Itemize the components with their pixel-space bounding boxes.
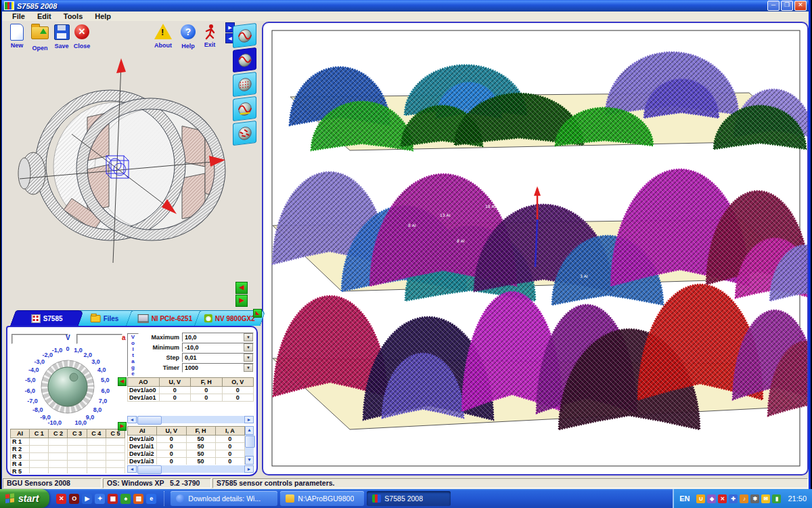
dial-scale-label: -8,0 xyxy=(32,406,43,413)
view-tab-mesh[interactable] xyxy=(233,72,256,97)
taskbar-button-s7585[interactable]: S7585 2008 xyxy=(367,491,451,506)
table-row[interactable]: Dev1/ai30500 xyxy=(128,458,245,465)
table-row[interactable]: R 3 xyxy=(11,453,125,461)
taskbar-button-folder[interactable]: N:\AProBGU9800 xyxy=(280,491,364,506)
tab-s7585[interactable]: S7585 xyxy=(10,310,84,326)
surface-plot-area[interactable]: 8 AI13 AI18 AI8 AI15 AI3 AI xyxy=(262,22,809,475)
view-tab-signal-2[interactable] xyxy=(233,47,256,72)
dial-scale-label: -4,0 xyxy=(28,366,39,373)
quick-launch-package-icon[interactable]: ▦ xyxy=(108,494,118,504)
quick-launch-folder-icon[interactable]: ▤ xyxy=(133,494,143,504)
column-header: C 3 xyxy=(68,429,87,438)
table-row[interactable]: R 5 xyxy=(11,468,125,474)
column-header: F, H xyxy=(186,427,215,436)
dial-scale-label: 9,0 xyxy=(86,414,95,421)
scroll-left-icon[interactable]: ◄ xyxy=(127,465,137,473)
table-row[interactable]: Dev1/ai20500 xyxy=(128,450,245,458)
quick-launch-media-player-icon[interactable]: ▶ xyxy=(82,494,92,504)
tab-ni-pcie-6251[interactable]: NI PCIe-6251 xyxy=(126,310,206,326)
chevron-down-icon[interactable]: ▼ xyxy=(244,364,253,372)
column-header: C 4 xyxy=(87,429,106,438)
panel-nav-arrow[interactable]: ◣ xyxy=(253,309,262,318)
close-button[interactable]: ✕ xyxy=(794,1,807,11)
expand-right-icon[interactable]: ▶ xyxy=(118,422,127,431)
scroll-up-icon[interactable]: ▲ xyxy=(245,426,254,435)
scroll-right-icon[interactable]: ► xyxy=(244,416,254,423)
exit-button[interactable]: Exit xyxy=(196,23,223,48)
dial-scale-label: -6,0 xyxy=(25,387,36,394)
quick-launch-opera-icon[interactable]: O xyxy=(69,494,79,504)
table-row[interactable]: Dev1/ai00500 xyxy=(128,436,245,443)
scroll-down-icon[interactable]: ▼ xyxy=(245,456,254,465)
ao-horizontal-scrollbar[interactable]: ◄ ► xyxy=(127,416,254,423)
maximize-button[interactable]: ❐ xyxy=(781,1,793,11)
language-indicator[interactable]: EN xyxy=(679,494,690,503)
menu-help[interactable]: Help xyxy=(89,12,117,20)
running-man-icon xyxy=(201,23,219,41)
sensor-3d-view[interactable] xyxy=(7,53,231,276)
viz-next-button[interactable]: ▶ xyxy=(235,295,248,307)
expand-left-icon[interactable]: ◀ xyxy=(118,377,127,386)
chevron-down-icon[interactable]: ▼ xyxy=(244,343,253,352)
tray-updater-icon[interactable]: U xyxy=(696,494,705,503)
tray-message-icon[interactable]: ✉ xyxy=(761,494,770,503)
quick-launch-plant-icon[interactable]: ♠ xyxy=(120,494,131,504)
view-tab-scatter[interactable] xyxy=(233,121,256,146)
ai-vertical-scrollbar[interactable]: ▲ ▼ xyxy=(245,426,254,465)
column-header: AO xyxy=(128,378,160,387)
title-bar[interactable]: S7585 2008 ─ ❐ ✕ xyxy=(2,0,809,12)
taskbar-separator xyxy=(164,491,167,506)
scroll-left-icon[interactable]: ◄ xyxy=(127,416,137,423)
ai-horizontal-scrollbar[interactable]: ◄ ► xyxy=(127,465,254,473)
voltage-dial: 01,02,03,04,05,06,07,08,09,010,0-1,0-2,0… xyxy=(11,345,125,427)
quick-launch-ie-icon[interactable]: e xyxy=(146,494,156,504)
channel-matrix-table[interactable]: AIC 1C 2C 3C 4C 5R 1R 2R 3R 4R 5 xyxy=(10,429,125,473)
analog-input-table[interactable]: AIU, VF, HI, ADev1/ai00500Dev1/ai10500De… xyxy=(127,426,245,465)
analog-output-table[interactable]: AOU, VF, HO, VDev1/ao0000Dev1/ao1000 xyxy=(127,377,254,415)
quick-launch-messenger-icon[interactable]: ✦ xyxy=(95,494,105,504)
about-button[interactable]: About xyxy=(150,23,177,49)
scroll-right-icon[interactable]: ► xyxy=(244,465,254,473)
menu-file[interactable]: File xyxy=(6,12,31,20)
tray-shield-icon[interactable]: ✚ xyxy=(729,494,738,503)
dome-label: 8 AI xyxy=(457,238,465,243)
minimize-button[interactable]: ─ xyxy=(767,1,780,11)
start-button[interactable]: start xyxy=(0,489,49,508)
table-row[interactable]: R 4 xyxy=(11,461,125,468)
tray-network-icon[interactable]: ▮ xyxy=(772,494,781,503)
tray-error-icon[interactable]: ✕ xyxy=(718,494,727,503)
clock[interactable]: 21:50 xyxy=(788,494,807,503)
dome-label: 15 AI xyxy=(575,209,586,213)
table-row[interactable]: Dev1/ao0000 xyxy=(128,387,254,394)
viz-prev-button[interactable]: ◀ xyxy=(235,282,248,294)
taskbar-button-download[interactable]: Download details: Wi... xyxy=(171,491,277,506)
table-row[interactable]: R 2 xyxy=(11,446,125,453)
close-circle-icon: ✕ xyxy=(74,24,89,39)
table-row[interactable]: Dev1/ai10500 xyxy=(128,443,245,450)
timer-combo[interactable]: 1000 ▼ xyxy=(182,363,254,373)
open-folder-icon xyxy=(31,26,49,39)
menu-tools[interactable]: Tools xyxy=(58,12,89,20)
maximum-combo[interactable]: 10,0 ▼ xyxy=(182,333,254,342)
tray-volume-icon[interactable]: ♪ xyxy=(740,494,748,503)
dial-knob[interactable] xyxy=(48,367,87,406)
view-tab-signal-1[interactable] xyxy=(233,23,256,48)
column-header: I, A xyxy=(215,427,244,436)
quick-launch-close-icon[interactable]: ✕ xyxy=(56,494,66,504)
step-combo[interactable]: 0,01 ▼ xyxy=(182,353,254,362)
dial-scale-label: -3,0 xyxy=(35,358,45,365)
voltage-display-input[interactable] xyxy=(12,334,68,344)
table-row[interactable]: R 1 xyxy=(11,438,125,446)
tray-icons: U◆✕✚♪✱✉▮ xyxy=(696,494,781,503)
dial-scale-label: 1,0 xyxy=(74,347,83,354)
tray-gear-icon[interactable]: ✱ xyxy=(750,494,759,503)
chevron-down-icon[interactable]: ▼ xyxy=(244,354,253,362)
close-doc-button[interactable]: ✕ Close xyxy=(68,23,95,49)
minimum-combo[interactable]: -10,0 ▼ xyxy=(182,343,254,352)
view-tab-pulse[interactable] xyxy=(233,96,256,121)
tray-app-icon[interactable]: ◆ xyxy=(707,494,716,503)
current-display-input[interactable] xyxy=(76,334,122,344)
table-row[interactable]: Dev1/ao1000 xyxy=(128,394,254,402)
chevron-down-icon[interactable]: ▼ xyxy=(244,333,253,341)
menu-edit[interactable]: Edit xyxy=(31,12,58,20)
